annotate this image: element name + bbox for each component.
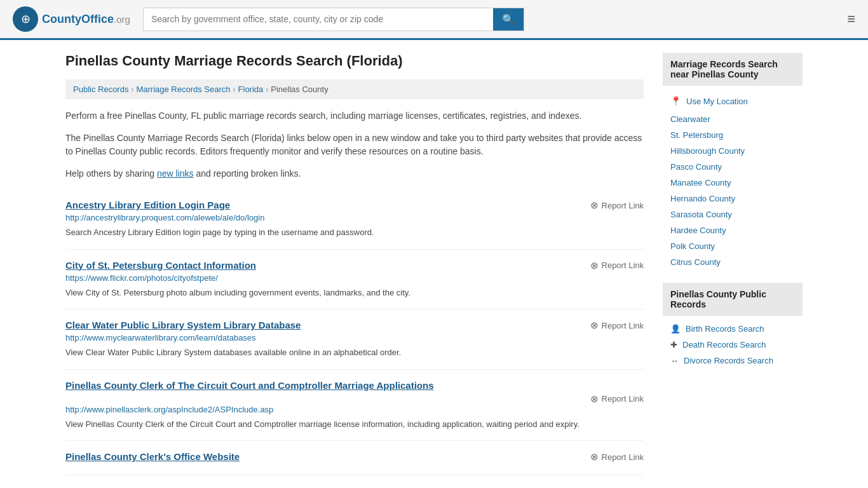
sidebar-item-pasco: Pasco County — [663, 159, 803, 175]
logo-suffix: .org — [114, 14, 130, 25]
death-records-link[interactable]: Death Records Search — [682, 340, 766, 349]
report-link-label: Report Link — [602, 201, 644, 210]
result-item: City of St. Petersburg Contact Informati… — [65, 250, 644, 310]
sidebar-item-death-records: ✚ Death Records Search — [663, 337, 803, 353]
nearby-polk-link[interactable]: Polk County — [670, 241, 715, 251]
logo-name: CountyOffice — [42, 13, 114, 25]
nearby-st-petersburg-link[interactable]: St. Petersburg — [670, 130, 723, 140]
result-title[interactable]: Clear Water Public Library System Librar… — [65, 320, 301, 330]
logo-icon: ⊕ — [13, 6, 38, 32]
report-link-label: Report Link — [602, 452, 644, 462]
report-icon: ⊗ — [590, 260, 599, 271]
description-para2: The Pinellas County Marriage Records Sea… — [65, 132, 644, 158]
breadcrumb: Public Records › Marriage Records Search… — [65, 79, 644, 99]
sidebar-item-manatee: Manatee County — [663, 175, 803, 191]
report-icon: ⊗ — [590, 200, 599, 211]
person-icon: 👤 — [670, 324, 681, 334]
report-link-button[interactable]: ⊗ Report Link — [590, 260, 644, 271]
nearby-hillsborough-link[interactable]: Hillsborough County — [670, 146, 745, 156]
search-button[interactable]: 🔍 — [493, 8, 524, 30]
result-desc: View Pinellas County Clerk of the Circui… — [65, 418, 644, 431]
result-url: http://www.myclearwaterlibrary.com/learn… — [65, 333, 644, 342]
sidebar-item-clearwater: Clearwater — [663, 111, 803, 127]
nearby-hernando-link[interactable]: Hernando County — [670, 194, 735, 203]
sidebar-item-hardee: Hardee County — [663, 222, 803, 238]
breadcrumb-marriage-records[interactable]: Marriage Records Search — [136, 85, 230, 94]
divorce-icon: ↔ — [670, 356, 679, 365]
new-links-link[interactable]: new links — [157, 168, 194, 179]
result-desc: View Clear Water Public Library System d… — [65, 346, 644, 359]
cross-icon: ✚ — [670, 340, 677, 349]
report-link-button[interactable]: ⊗ Report Link — [590, 200, 644, 211]
report-icon: ⊗ — [590, 451, 599, 463]
report-link-button[interactable]: ⊗ Report Link — [590, 451, 644, 463]
search-input[interactable] — [144, 8, 493, 30]
report-link-label: Report Link — [602, 321, 644, 330]
result-title[interactable]: Pinellas County Clerk's Office Website — [65, 451, 240, 462]
use-my-location-link[interactable]: 📍 Use My Location — [663, 91, 803, 111]
birth-records-link[interactable]: Birth Records Search — [686, 324, 764, 334]
location-pin-icon: 📍 — [670, 96, 681, 106]
result-title[interactable]: Ancestry Library Edition Login Page — [65, 200, 230, 210]
sidebar-item-divorce-records: ↔ Divorce Records Search — [663, 353, 803, 369]
nearby-citrus-link[interactable]: Citrus County — [670, 257, 721, 267]
sidebar-item-sarasota: Sarasota County — [663, 207, 803, 222]
result-url: http://ancestrylibrary.proquest.com/alew… — [65, 213, 644, 222]
result-url: https://www.flickr.com/photos/cityofstpe… — [65, 273, 644, 283]
description-para3: Help others by sharing new links and rep… — [65, 167, 644, 180]
result-desc: View City of St. Petersburg photo album … — [65, 287, 644, 299]
report-link-label: Report Link — [602, 261, 644, 270]
menu-icon: ≡ — [847, 11, 855, 27]
sidebar-item-hernando: Hernando County — [663, 191, 803, 207]
search-icon: 🔍 — [502, 14, 515, 25]
result-title[interactable]: City of St. Petersburg Contact Informati… — [65, 260, 256, 271]
breadcrumb-florida[interactable]: Florida — [238, 85, 264, 94]
menu-button[interactable]: ≡ — [847, 11, 855, 27]
nearby-clearwater-link[interactable]: Clearwater — [670, 114, 710, 124]
sidebar-item-st-petersburg: St. Petersburg — [663, 127, 803, 143]
report-icon: ⊗ — [590, 393, 599, 405]
nearby-sarasota-link[interactable]: Sarasota County — [670, 210, 732, 219]
breadcrumb-current: Pinellas County — [271, 85, 328, 94]
sidebar-public-records-section: Pinellas County Public Records 👤 Birth R… — [663, 283, 803, 369]
report-link-button[interactable]: ⊗ Report Link — [590, 393, 644, 405]
page-title: Pinellas County Marriage Records Search … — [65, 53, 644, 69]
sidebar-item-polk: Polk County — [663, 238, 803, 254]
result-item: Pinellas County Clerk of The Circuit Cou… — [65, 370, 644, 442]
divorce-records-link[interactable]: Divorce Records Search — [684, 356, 773, 365]
report-link-button[interactable]: ⊗ Report Link — [590, 320, 644, 331]
sidebar-item-birth-records: 👤 Birth Records Search — [663, 321, 803, 337]
logo[interactable]: ⊕ CountyOffice.org — [13, 6, 130, 32]
report-icon: ⊗ — [590, 320, 599, 331]
result-url: http://www.pinellasclerk.org/aspInclude2… — [65, 405, 644, 414]
nearby-manatee-link[interactable]: Manatee County — [670, 178, 731, 187]
main-content: Pinellas County Marriage Records Search … — [65, 53, 644, 475]
sidebar-nearby-section: Marriage Records Search near Pinellas Co… — [663, 53, 803, 270]
logo-text: CountyOffice.org — [42, 13, 130, 26]
results-list: Ancestry Library Edition Login Page ⊗ Re… — [65, 189, 644, 475]
report-link-label: Report Link — [602, 394, 644, 403]
breadcrumb-public-records[interactable]: Public Records — [73, 85, 128, 94]
result-desc: Search Ancestry Library Edition login pa… — [65, 226, 644, 239]
sidebar-item-hillsborough: Hillsborough County — [663, 143, 803, 159]
result-title[interactable]: Pinellas County Clerk of The Circuit Cou… — [65, 380, 644, 391]
nearby-pasco-link[interactable]: Pasco County — [670, 162, 722, 172]
result-item: Pinellas County Clerk's Office Website ⊗… — [65, 441, 644, 475]
description-para1: Perform a free Pinellas County, FL publi… — [65, 109, 644, 123]
nearby-hardee-link[interactable]: Hardee County — [670, 226, 726, 235]
sidebar-public-records-heading: Pinellas County Public Records — [663, 283, 803, 316]
sidebar: Marriage Records Search near Pinellas Co… — [663, 53, 803, 475]
search-bar: 🔍 — [143, 8, 524, 31]
result-item: Clear Water Public Library System Librar… — [65, 309, 644, 370]
sidebar-nearby-heading: Marriage Records Search near Pinellas Co… — [663, 53, 803, 86]
result-item: Ancestry Library Edition Login Page ⊗ Re… — [65, 189, 644, 250]
sidebar-item-citrus: Citrus County — [663, 254, 803, 270]
